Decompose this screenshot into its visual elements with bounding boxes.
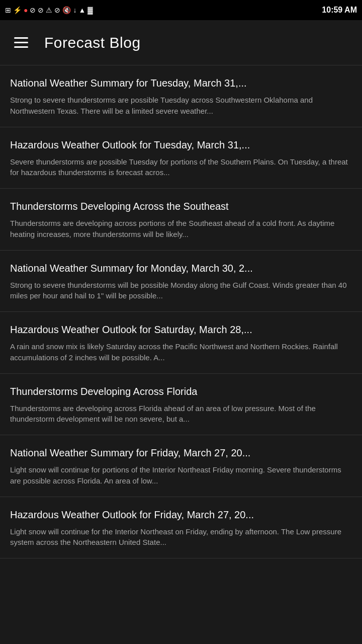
menu-line-3 bbox=[14, 46, 28, 48]
news-item-excerpt: Thunderstorms are developing across port… bbox=[10, 218, 352, 240]
warning-icon: ⚠ bbox=[46, 6, 52, 14]
news-item-excerpt: Light snow will continue for the Interio… bbox=[10, 526, 352, 548]
page-title: Forecast Blog bbox=[44, 34, 141, 51]
news-item-title: Thunderstorms Developing Across Florida bbox=[10, 385, 352, 398]
news-list-item[interactable]: Hazardous Weather Outlook for Friday, Ma… bbox=[0, 497, 362, 559]
news-list-item[interactable]: Hazardous Weather Outlook for Saturday, … bbox=[0, 312, 362, 374]
news-list-item[interactable]: Thunderstorms Developing Across Florida … bbox=[0, 374, 362, 436]
news-item-title: Thunderstorms Developing Across the Sout… bbox=[10, 200, 352, 213]
status-icons-left: ⊞ ⚡ ● ⊘ ⊘ ⚠ ⊘ 🔇 ↓ ▲ ▓ bbox=[5, 6, 93, 14]
usb-icon: ⚡ bbox=[13, 6, 22, 14]
news-item-excerpt: Thunderstorms are developing across Flor… bbox=[10, 403, 352, 425]
alert-icon-1: ● bbox=[24, 6, 28, 14]
news-list-item[interactable]: Hazardous Weather Outlook for Tuesday, M… bbox=[0, 127, 362, 189]
app-header: Forecast Blog bbox=[0, 20, 362, 65]
news-list-item[interactable]: National Weather Summary for Tuesday, Ma… bbox=[0, 65, 362, 127]
mute-icon: 🔇 bbox=[62, 6, 71, 14]
download-icon: ↓ bbox=[73, 6, 76, 14]
app-icon-1: ⊞ bbox=[5, 6, 11, 14]
news-item-title: Hazardous Weather Outlook for Tuesday, M… bbox=[10, 138, 352, 151]
hamburger-menu-button[interactable] bbox=[10, 33, 32, 52]
news-list-item[interactable]: National Weather Summary for Friday, Mar… bbox=[0, 435, 362, 497]
news-list-item[interactable]: National Weather Summary for Monday, Mar… bbox=[0, 251, 362, 312]
news-list-item[interactable]: Thunderstorms Developing Across the Sout… bbox=[0, 189, 362, 251]
news-item-title: National Weather Summary for Tuesday, Ma… bbox=[10, 76, 352, 90]
news-item-excerpt: Severe thunderstorms are possible Tuesda… bbox=[10, 156, 352, 179]
status-time: 10:59 AM bbox=[322, 6, 357, 15]
news-item-excerpt: A rain and snow mix is likely Saturday a… bbox=[10, 341, 352, 363]
no-entry-icon: ⊘ bbox=[54, 6, 60, 14]
menu-line-1 bbox=[14, 37, 28, 39]
news-item-excerpt: Strong to severe thunderstorms are possi… bbox=[10, 95, 352, 117]
news-item-title: Hazardous Weather Outlook for Saturday, … bbox=[10, 323, 352, 336]
alert-icon-2: ⊘ bbox=[30, 6, 36, 14]
news-item-excerpt: Strong to severe thunderstorms will be p… bbox=[10, 280, 352, 302]
news-item-excerpt: Light snow will continue for portions of… bbox=[10, 464, 352, 487]
alert-icon-3: ⊘ bbox=[38, 6, 44, 14]
news-item-title: Hazardous Weather Outlook for Friday, Ma… bbox=[10, 508, 352, 521]
status-bar: ⊞ ⚡ ● ⊘ ⊘ ⚠ ⊘ 🔇 ↓ ▲ ▓ 10:59 AM bbox=[0, 0, 362, 20]
signal-icon: ▲ bbox=[78, 6, 85, 14]
battery-icon: ▓ bbox=[87, 6, 93, 14]
menu-line-2 bbox=[14, 42, 28, 43]
news-item-title: National Weather Summary for Monday, Mar… bbox=[10, 262, 352, 275]
news-list: National Weather Summary for Tuesday, Ma… bbox=[0, 65, 362, 558]
news-item-title: National Weather Summary for Friday, Mar… bbox=[10, 446, 352, 459]
